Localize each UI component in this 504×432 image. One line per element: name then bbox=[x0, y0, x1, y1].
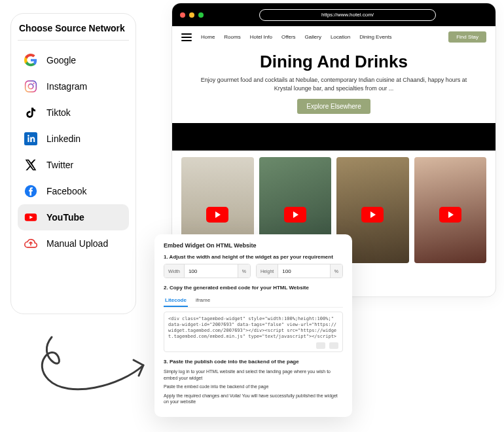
find-stay-button[interactable]: Find Stay bbox=[448, 31, 486, 43]
explore-button[interactable]: Explore Elsewhere bbox=[297, 99, 370, 114]
embed-panel-title: Embed Widget On HTML Website bbox=[164, 242, 343, 249]
hero-title: Dining And Drinks bbox=[192, 52, 476, 72]
browser-chrome: https://www.hotel.com/ bbox=[172, 3, 495, 26]
source-item-label: Facebook bbox=[46, 186, 86, 196]
nav-link[interactable]: Rooms bbox=[224, 34, 240, 40]
hero-section: Dining And Drinks Enjoy gourmet food and… bbox=[172, 48, 495, 123]
source-item-facebook[interactable]: Facebook bbox=[18, 178, 129, 204]
nav-link[interactable]: Location bbox=[331, 34, 350, 40]
url-bar[interactable]: https://www.hotel.com/ bbox=[259, 9, 436, 21]
embed-widget-panel: Embed Widget On HTML Website 1. Adjust t… bbox=[154, 234, 352, 417]
source-item-label: Tiktok bbox=[46, 107, 71, 118]
window-min-dot bbox=[189, 12, 194, 18]
source-network-panel: Choose Source Network Google Instagram T… bbox=[10, 13, 136, 314]
width-unit[interactable]: % bbox=[238, 264, 250, 278]
step2-heading: 2. Copy the generated embed code for you… bbox=[164, 285, 343, 291]
source-panel-title: Choose Source Network bbox=[18, 23, 129, 41]
step3-line: Apply the required changes and Voila! Yo… bbox=[164, 393, 343, 405]
nav-link[interactable]: Offers bbox=[281, 34, 296, 40]
height-unit[interactable]: % bbox=[330, 264, 342, 278]
facebook-icon bbox=[24, 185, 37, 198]
source-item-label: YouTube bbox=[46, 212, 84, 223]
linkedin-icon bbox=[24, 132, 37, 145]
play-icon bbox=[284, 207, 306, 223]
source-item-label: Twitter bbox=[46, 160, 73, 170]
nav-link[interactable]: Hotel Info bbox=[250, 34, 272, 40]
mail-icon[interactable] bbox=[329, 342, 338, 349]
source-item-label: Manual Upload bbox=[46, 238, 108, 249]
tab-litecode[interactable]: Litecode bbox=[164, 295, 188, 307]
tiktok-icon bbox=[24, 106, 37, 119]
source-item-label: Instagram bbox=[46, 81, 87, 92]
copy-icon[interactable] bbox=[316, 342, 325, 349]
nav-link[interactable]: Gallery bbox=[305, 34, 321, 40]
source-item-linkedin[interactable]: Linkedin bbox=[18, 126, 129, 152]
height-label: Height bbox=[257, 264, 278, 278]
play-icon bbox=[439, 207, 461, 223]
window-close-dot bbox=[180, 12, 185, 18]
hamburger-icon[interactable] bbox=[181, 33, 192, 41]
nav-link[interactable]: Home bbox=[201, 34, 215, 40]
step3-heading: 3. Paste the publish code into the backe… bbox=[164, 359, 343, 365]
hero-subtitle: Enjoy gourmet food and cocktails at Nebu… bbox=[192, 76, 476, 92]
decorative-arrow bbox=[29, 327, 153, 419]
height-input-group: Height 100 % bbox=[256, 264, 343, 278]
width-input[interactable]: 100 bbox=[185, 268, 238, 274]
height-input[interactable]: 100 bbox=[278, 268, 330, 274]
source-item-manual-upload[interactable]: Manual Upload bbox=[18, 230, 129, 257]
step1-heading: 1. Adjust the width and height of the wi… bbox=[164, 254, 343, 260]
svg-rect-0 bbox=[26, 81, 37, 92]
step3-line: Simply log in to your HTML website and s… bbox=[164, 369, 343, 381]
source-item-label: Linkedin bbox=[46, 134, 81, 144]
video-thumbnail[interactable] bbox=[414, 157, 487, 263]
instagram-icon bbox=[24, 80, 37, 93]
step3-line: Paste the embed code into the backend of… bbox=[164, 384, 343, 389]
twitter-icon bbox=[24, 158, 37, 171]
source-item-instagram[interactable]: Instagram bbox=[18, 73, 129, 99]
source-item-twitter[interactable]: Twitter bbox=[18, 152, 129, 178]
source-item-google[interactable]: Google bbox=[18, 47, 129, 73]
source-item-tiktok[interactable]: Tiktok bbox=[18, 99, 129, 126]
site-nav: Home Rooms Hotel Info Offers Gallery Loc… bbox=[172, 26, 495, 48]
youtube-icon bbox=[24, 211, 37, 224]
svg-point-1 bbox=[28, 84, 33, 89]
dark-band bbox=[172, 123, 495, 151]
google-icon bbox=[24, 54, 37, 67]
source-item-youtube[interactable]: YouTube bbox=[18, 204, 129, 230]
play-icon bbox=[361, 207, 384, 223]
embed-code-box[interactable]: <div class="tagembed-widget" style="widt… bbox=[164, 312, 343, 352]
width-input-group: Width 100 % bbox=[164, 264, 251, 278]
source-item-label: Google bbox=[46, 55, 76, 65]
embed-code-text: <div class="tagembed-widget" style="widt… bbox=[168, 316, 336, 339]
nav-link[interactable]: Dining Events bbox=[359, 34, 391, 40]
tab-iframe[interactable]: iframe bbox=[194, 295, 211, 307]
width-label: Width bbox=[164, 264, 185, 278]
code-tabs: Litecode iframe bbox=[164, 295, 343, 308]
svg-point-2 bbox=[33, 82, 35, 84]
play-icon bbox=[206, 207, 228, 223]
window-max-dot bbox=[198, 12, 204, 18]
upload-icon bbox=[24, 237, 37, 250]
